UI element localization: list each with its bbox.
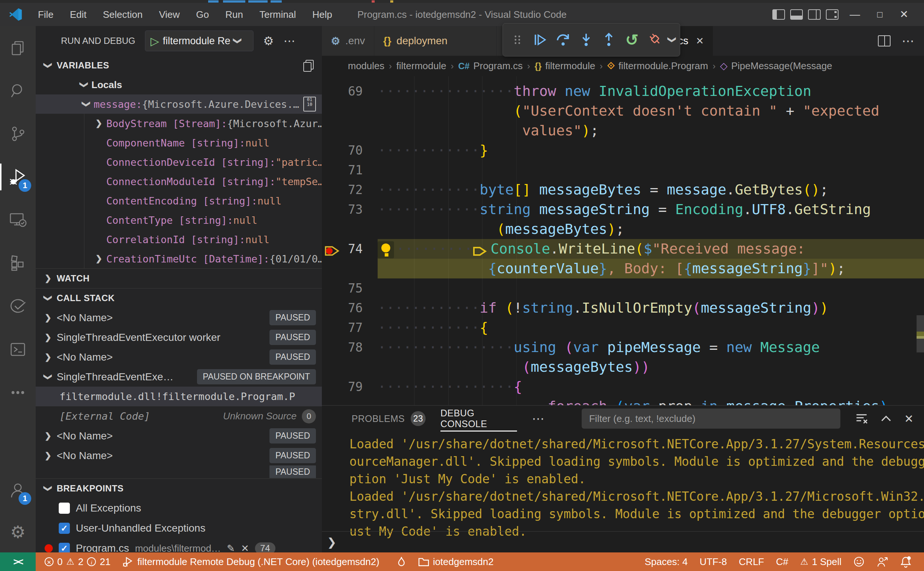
debug-continue-button[interactable] (531, 29, 551, 51)
menu-help[interactable]: Help (304, 3, 340, 26)
debug-step-out-button[interactable] (599, 29, 619, 51)
call-stack-thread-row[interactable]: PAUSED (35, 465, 322, 478)
overview-ruler[interactable] (916, 76, 924, 405)
variable-row[interactable]: ContentType [string]: null (35, 210, 322, 230)
copy-icon[interactable] (303, 60, 313, 71)
code-line[interactable]: 77············{ (322, 318, 924, 338)
debug-step-over-button[interactable] (553, 29, 573, 51)
sidebar-item-explorer[interactable] (0, 26, 35, 69)
sidebar-item-search[interactable] (0, 69, 35, 112)
call-stack-thread-row[interactable]: ❯SingleThreadEventExecutor workerPAUSED (35, 327, 322, 347)
code-line[interactable]: 71 (322, 160, 924, 180)
edit-breakpoint-icon[interactable]: ✎ (227, 543, 235, 553)
debug-restart-button[interactable]: ↺ (622, 29, 642, 51)
accounts-button[interactable]: 1 (0, 468, 35, 511)
menu-run[interactable]: Run (217, 3, 251, 26)
debug-disconnect-button[interactable] (645, 29, 665, 51)
call-stack-thread-row[interactable]: ❯<No Name>PAUSED (35, 426, 322, 446)
breadcrumb-item[interactable]: C#Program.cs (458, 60, 523, 72)
breakpoint-current-marker[interactable] (324, 243, 342, 255)
settings-button[interactable]: ⚙ (0, 511, 35, 552)
code-line[interactable]: values"); (322, 121, 924, 140)
call-stack-thread-row[interactable]: ❯<No Name>PAUSED (35, 308, 322, 327)
tab-debug-console[interactable]: DEBUG CONSOLE (440, 406, 517, 432)
sidebar-item-test-explorer[interactable] (0, 285, 35, 328)
console-input-row[interactable]: ❯ (322, 531, 924, 552)
menu-go[interactable]: Go (188, 3, 218, 26)
sidebar-item-remote-explorer[interactable] (0, 199, 35, 242)
flame-status[interactable] (386, 552, 412, 571)
maximize-button[interactable]: □ (871, 3, 889, 26)
sidebar-item-extensions[interactable] (0, 242, 35, 285)
toolbar-drag-handle[interactable] (508, 29, 528, 51)
menu-file[interactable]: File (30, 3, 62, 26)
variable-row[interactable]: ContentEncoding [string]: null (35, 191, 322, 210)
remote-session-status[interactable] (870, 552, 894, 571)
remote-indicator[interactable]: >< (0, 552, 35, 571)
sidebar-item-source-control[interactable] (0, 112, 35, 155)
workspace-folder-status[interactable]: iotedgemsdn2 (412, 552, 500, 571)
call-stack-thread-row[interactable]: ❯<No Name>PAUSED (35, 347, 322, 367)
feedback-status[interactable] (847, 552, 870, 571)
code-line[interactable]: ("UserContext doesn't contain " + "expec… (322, 101, 924, 121)
chevron-icon[interactable]: ❯ (82, 97, 91, 111)
breakpoint-row[interactable]: ✓User-Unhandled Exceptions (35, 518, 322, 538)
toggle-sidebar-icon[interactable] (772, 9, 785, 20)
tab-deploymen[interactable]: {}deploymen (374, 26, 496, 56)
menu-view[interactable]: View (151, 3, 188, 26)
code-line[interactable]: 79················{ (322, 377, 924, 397)
language-mode-status[interactable]: C# (770, 552, 794, 571)
variable-row[interactable]: ❯CreationTimeUtc [DateTime]: {01/01/0… (35, 249, 322, 269)
debug-session-status[interactable]: filtermodule Remote Debug (.NET Core) (i… (116, 552, 385, 571)
call-stack-frame-row[interactable]: filtermodule.dll!filtermodule.Program.P (35, 387, 322, 406)
call-stack-section-header[interactable]: ❯ CALL STACK (35, 288, 322, 308)
close-window-button[interactable]: ✕ (894, 3, 914, 26)
notifications-status[interactable] (894, 552, 920, 571)
close-tab-icon[interactable]: ✕ (696, 35, 704, 47)
debug-step-into-button[interactable] (576, 29, 596, 51)
variable-row[interactable]: ConnectionDeviceId [string]: "patric… (35, 153, 322, 172)
toggle-panel-icon[interactable] (790, 9, 803, 20)
code-line[interactable]: foreach (var prop in message.Properties) (322, 397, 924, 405)
sidebar-item-run-and-debug[interactable]: 1 (0, 155, 35, 199)
variable-row[interactable]: ❯message: {Microsoft.Azure.Devices.…01 1… (35, 94, 322, 114)
tab-problems[interactable]: PROBLEMS 23 (352, 406, 426, 432)
problems-status[interactable]: ✕ 0 ⚠ 2 i 21 (35, 552, 116, 571)
code-editor[interactable]: 69················throw new InvalidOpera… (322, 76, 924, 405)
maximize-panel-icon[interactable] (881, 415, 892, 423)
code-line[interactable]: 75 (322, 278, 924, 298)
console-filter-input[interactable] (582, 409, 841, 429)
variable-row[interactable]: ❯BodyStream [Stream]: {Microsoft.Azur… (35, 114, 322, 133)
code-line[interactable]: (messageBytes)) (322, 357, 924, 377)
variables-section-header[interactable]: ❯ VARIABLES (35, 56, 322, 75)
breadcrumb-item[interactable]: {}filtermodule (534, 60, 595, 72)
indentation-status[interactable]: Spaces: 4 (639, 552, 694, 571)
code-line[interactable]: 73············string messageString = Enc… (322, 200, 924, 219)
menu-terminal[interactable]: Terminal (251, 3, 304, 26)
menu-selection[interactable]: Selection (95, 3, 151, 26)
panel-more-tabs-icon[interactable]: ⋯ (532, 411, 545, 426)
chevron-icon[interactable]: ❯ (91, 119, 106, 128)
breakpoint-row[interactable]: All Exceptions (35, 498, 322, 518)
lightbulb-icon[interactable] (378, 241, 394, 258)
breakpoint-checkbox[interactable] (59, 503, 70, 514)
code-line[interactable]: (messageBytes); (322, 219, 924, 239)
breakpoint-checkbox[interactable]: ✓ (59, 543, 70, 552)
more-views-button[interactable] (0, 371, 35, 414)
encoding-status[interactable]: UTF-8 (694, 552, 733, 571)
breakpoint-row[interactable]: ✓Program.csmodules\filtermod…✎✕74 (35, 538, 322, 552)
code-line[interactable]: {counterValue}, Body: [{messageString}]"… (322, 259, 924, 278)
scope-locals[interactable]: ❯ Locals (35, 75, 322, 94)
chevron-icon[interactable]: ❯ (91, 254, 106, 264)
breakpoint-checkbox[interactable]: ✓ (59, 523, 70, 534)
breadcrumb-item[interactable]: modules (348, 60, 384, 72)
split-editor-icon[interactable] (878, 35, 890, 46)
clear-console-icon[interactable] (855, 413, 868, 424)
debug-config-dropdown[interactable]: ▷ filtermodule Re ❯ (145, 31, 253, 51)
start-debug-icon[interactable]: ▷ (151, 35, 159, 48)
code-line[interactable]: 78················using (var pipeMessage… (322, 338, 924, 357)
debug-more-actions-icon[interactable]: ⋯ (284, 34, 296, 48)
code-line[interactable]: 69················throw new InvalidOpera… (322, 82, 924, 101)
watch-section-header[interactable]: ❯ WATCH (35, 269, 322, 288)
menu-edit[interactable]: Edit (62, 3, 95, 26)
